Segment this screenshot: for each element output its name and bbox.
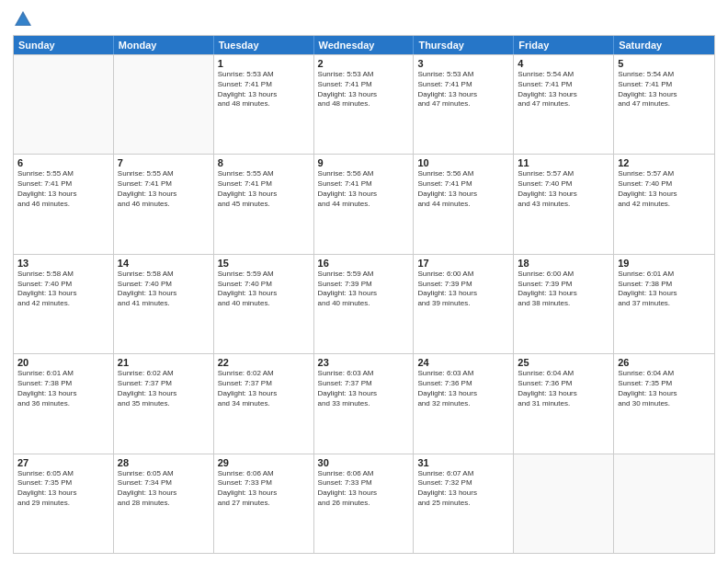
weekday-header-friday: Friday: [514, 36, 614, 54]
cell-day-number: 2: [318, 58, 410, 69]
cell-info: Sunrise: 6:05 AM Sunset: 7:34 PM Dayligh…: [118, 469, 210, 509]
cell-info: Sunrise: 5:53 AM Sunset: 7:41 PM Dayligh…: [417, 70, 509, 109]
cell-info: Sunrise: 5:58 AM Sunset: 7:40 PM Dayligh…: [118, 270, 210, 309]
cell-info: Sunrise: 6:05 AM Sunset: 7:35 PM Dayligh…: [17, 469, 109, 509]
calendar-cell-11: 11Sunrise: 5:57 AM Sunset: 7:40 PM Dayli…: [514, 155, 614, 253]
calendar-cell-27: 27Sunrise: 6:05 AM Sunset: 7:35 PM Dayli…: [14, 454, 114, 553]
calendar-cell-13: 13Sunrise: 5:58 AM Sunset: 7:40 PM Dayli…: [14, 255, 114, 353]
cell-day-number: 19: [618, 258, 711, 269]
weekday-header-thursday: Thursday: [414, 36, 514, 54]
calendar-cell-9: 9Sunrise: 5:56 AM Sunset: 7:41 PM Daylig…: [314, 155, 415, 253]
calendar-cell-10: 10Sunrise: 5:56 AM Sunset: 7:41 PM Dayli…: [414, 155, 514, 253]
calendar-body: 1Sunrise: 5:53 AM Sunset: 7:41 PM Daylig…: [14, 54, 714, 553]
weekday-header-monday: Monday: [114, 36, 214, 54]
cell-day-number: 6: [17, 157, 109, 168]
logo-icon: [13, 9, 33, 29]
cell-day-number: 4: [518, 58, 609, 69]
cell-day-number: 15: [218, 258, 310, 269]
calendar-cell-5: 5Sunrise: 5:54 AM Sunset: 7:41 PM Daylig…: [614, 55, 714, 154]
cell-info: Sunrise: 5:53 AM Sunset: 7:41 PM Dayligh…: [218, 70, 310, 109]
calendar-cell-29: 29Sunrise: 6:06 AM Sunset: 7:33 PM Dayli…: [214, 454, 314, 553]
cell-info: Sunrise: 6:04 AM Sunset: 7:36 PM Dayligh…: [518, 369, 609, 408]
page: SundayMondayTuesdayWednesdayThursdayFrid…: [0, 0, 728, 563]
calendar-cell-2: 2Sunrise: 5:53 AM Sunset: 7:41 PM Daylig…: [314, 55, 415, 154]
calendar-cell-19: 19Sunrise: 6:01 AM Sunset: 7:38 PM Dayli…: [614, 255, 714, 353]
cell-info: Sunrise: 6:00 AM Sunset: 7:39 PM Dayligh…: [417, 270, 509, 309]
calendar-cell-30: 30Sunrise: 6:06 AM Sunset: 7:33 PM Dayli…: [314, 454, 415, 553]
weekday-header-sunday: Sunday: [14, 36, 114, 54]
cell-day-number: 24: [417, 357, 509, 368]
calendar-cell-28: 28Sunrise: 6:05 AM Sunset: 7:34 PM Dayli…: [114, 454, 214, 553]
cell-day-number: 23: [318, 357, 410, 368]
calendar-cell-20: 20Sunrise: 6:01 AM Sunset: 7:38 PM Dayli…: [14, 354, 114, 453]
calendar-cell-18: 18Sunrise: 6:00 AM Sunset: 7:39 PM Dayli…: [514, 255, 614, 353]
weekday-header-saturday: Saturday: [614, 36, 714, 54]
calendar-cell-empty-4-6: [614, 454, 714, 553]
cell-day-number: 9: [318, 157, 410, 168]
cell-day-number: 1: [218, 58, 310, 69]
cell-info: Sunrise: 5:53 AM Sunset: 7:41 PM Dayligh…: [318, 70, 410, 109]
weekday-header-tuesday: Tuesday: [214, 36, 314, 54]
calendar-cell-21: 21Sunrise: 6:02 AM Sunset: 7:37 PM Dayli…: [114, 354, 214, 453]
calendar-cell-empty-4-5: [514, 454, 614, 553]
cell-day-number: 18: [518, 258, 609, 269]
cell-info: Sunrise: 6:02 AM Sunset: 7:37 PM Dayligh…: [118, 369, 210, 408]
calendar-cell-12: 12Sunrise: 5:57 AM Sunset: 7:40 PM Dayli…: [614, 155, 714, 253]
calendar-cell-31: 31Sunrise: 6:07 AM Sunset: 7:32 PM Dayli…: [414, 454, 514, 553]
calendar-cell-15: 15Sunrise: 5:59 AM Sunset: 7:40 PM Dayli…: [214, 255, 314, 353]
cell-info: Sunrise: 6:00 AM Sunset: 7:39 PM Dayligh…: [518, 270, 609, 309]
calendar: SundayMondayTuesdayWednesdayThursdayFrid…: [13, 35, 715, 554]
cell-info: Sunrise: 6:03 AM Sunset: 7:37 PM Dayligh…: [318, 369, 410, 408]
calendar-cell-24: 24Sunrise: 6:03 AM Sunset: 7:36 PM Dayli…: [414, 354, 514, 453]
calendar-cell-4: 4Sunrise: 5:54 AM Sunset: 7:41 PM Daylig…: [514, 55, 614, 154]
calendar-header: SundayMondayTuesdayWednesdayThursdayFrid…: [14, 36, 714, 54]
cell-info: Sunrise: 5:55 AM Sunset: 7:41 PM Dayligh…: [118, 169, 210, 209]
cell-day-number: 25: [518, 357, 609, 368]
cell-day-number: 31: [417, 457, 509, 468]
cell-info: Sunrise: 6:07 AM Sunset: 7:32 PM Dayligh…: [417, 469, 509, 509]
cell-info: Sunrise: 5:57 AM Sunset: 7:40 PM Dayligh…: [618, 169, 711, 209]
cell-day-number: 16: [318, 258, 410, 269]
calendar-row-2: 13Sunrise: 5:58 AM Sunset: 7:40 PM Dayli…: [14, 254, 714, 353]
cell-info: Sunrise: 6:01 AM Sunset: 7:38 PM Dayligh…: [618, 270, 711, 309]
cell-day-number: 27: [17, 457, 109, 468]
calendar-cell-empty-0-0: [14, 55, 114, 154]
calendar-cell-23: 23Sunrise: 6:03 AM Sunset: 7:37 PM Dayli…: [314, 354, 415, 453]
logo: [13, 9, 35, 29]
cell-info: Sunrise: 5:56 AM Sunset: 7:41 PM Dayligh…: [417, 169, 509, 209]
cell-day-number: 11: [518, 157, 609, 168]
cell-info: Sunrise: 6:01 AM Sunset: 7:38 PM Dayligh…: [17, 369, 109, 408]
calendar-cell-22: 22Sunrise: 6:02 AM Sunset: 7:37 PM Dayli…: [214, 354, 314, 453]
cell-info: Sunrise: 6:06 AM Sunset: 7:33 PM Dayligh…: [218, 469, 310, 509]
cell-day-number: 28: [118, 457, 210, 468]
calendar-row-0: 1Sunrise: 5:53 AM Sunset: 7:41 PM Daylig…: [14, 54, 714, 154]
cell-day-number: 30: [318, 457, 410, 468]
calendar-cell-16: 16Sunrise: 5:59 AM Sunset: 7:39 PM Dayli…: [314, 255, 415, 353]
cell-info: Sunrise: 5:54 AM Sunset: 7:41 PM Dayligh…: [518, 70, 609, 109]
cell-info: Sunrise: 5:59 AM Sunset: 7:40 PM Dayligh…: [218, 270, 310, 309]
cell-info: Sunrise: 5:55 AM Sunset: 7:41 PM Dayligh…: [218, 169, 310, 209]
calendar-cell-17: 17Sunrise: 6:00 AM Sunset: 7:39 PM Dayli…: [414, 255, 514, 353]
cell-day-number: 7: [118, 157, 210, 168]
cell-info: Sunrise: 6:06 AM Sunset: 7:33 PM Dayligh…: [318, 469, 410, 509]
calendar-cell-6: 6Sunrise: 5:55 AM Sunset: 7:41 PM Daylig…: [14, 155, 114, 253]
header: [13, 9, 715, 29]
cell-info: Sunrise: 5:57 AM Sunset: 7:40 PM Dayligh…: [518, 169, 609, 209]
calendar-cell-empty-0-1: [114, 55, 214, 154]
calendar-cell-3: 3Sunrise: 5:53 AM Sunset: 7:41 PM Daylig…: [414, 55, 514, 154]
calendar-row-3: 20Sunrise: 6:01 AM Sunset: 7:38 PM Dayli…: [14, 353, 714, 453]
calendar-cell-25: 25Sunrise: 6:04 AM Sunset: 7:36 PM Dayli…: [514, 354, 614, 453]
cell-day-number: 17: [417, 258, 509, 269]
calendar-cell-14: 14Sunrise: 5:58 AM Sunset: 7:40 PM Dayli…: [114, 255, 214, 353]
weekday-header-wednesday: Wednesday: [314, 36, 415, 54]
cell-info: Sunrise: 5:56 AM Sunset: 7:41 PM Dayligh…: [318, 169, 410, 209]
cell-day-number: 20: [17, 357, 109, 368]
cell-info: Sunrise: 6:02 AM Sunset: 7:37 PM Dayligh…: [218, 369, 310, 408]
cell-day-number: 26: [618, 357, 711, 368]
cell-day-number: 13: [17, 258, 109, 269]
calendar-row-1: 6Sunrise: 5:55 AM Sunset: 7:41 PM Daylig…: [14, 154, 714, 253]
cell-day-number: 12: [618, 157, 711, 168]
cell-info: Sunrise: 6:04 AM Sunset: 7:35 PM Dayligh…: [618, 369, 711, 408]
cell-info: Sunrise: 5:59 AM Sunset: 7:39 PM Dayligh…: [318, 270, 410, 309]
cell-day-number: 5: [618, 58, 711, 69]
